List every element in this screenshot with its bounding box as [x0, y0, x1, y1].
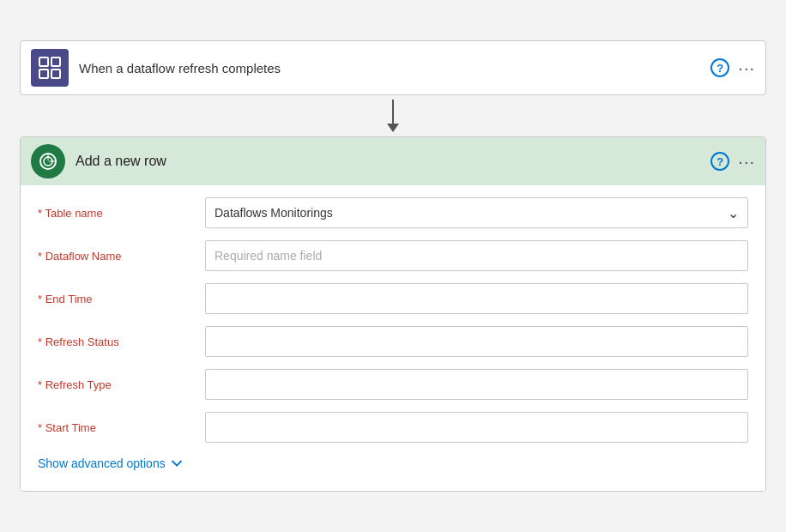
dataflow-name-input[interactable] — [205, 240, 748, 271]
refresh-type-label: * Refresh Type — [38, 378, 205, 391]
action-help-button[interactable]: ? — [710, 152, 729, 171]
table-name-label: * Table name — [38, 207, 205, 220]
table-name-control[interactable]: Dataflows Monitorings ⌄ — [205, 197, 748, 228]
arrow-head — [387, 124, 399, 132]
action-icon — [38, 151, 58, 172]
refresh-status-label: * Refresh Status — [38, 336, 205, 348]
end-time-control — [205, 283, 748, 314]
action-actions: ? ··· — [710, 152, 755, 171]
action-header: Add a new row ? ··· — [21, 137, 765, 185]
svg-rect-0 — [39, 57, 48, 66]
trigger-actions: ? ··· — [710, 58, 755, 77]
trigger-help-button[interactable]: ? — [710, 58, 729, 77]
refresh-status-row: * Refresh Status — [38, 324, 748, 359]
start-time-row: * Start Time — [38, 410, 748, 444]
chevron-down-icon — [171, 457, 183, 469]
dataflow-name-control — [205, 240, 748, 271]
action-card: Add a new row ? ··· * Table name Dataflo… — [20, 136, 766, 492]
arrow-line — [392, 100, 394, 124]
refresh-status-control — [205, 326, 748, 357]
table-name-value: Dataflows Monitorings — [215, 206, 333, 220]
trigger-icon-box — [31, 49, 69, 87]
action-icon-box — [31, 144, 65, 178]
svg-rect-1 — [51, 57, 60, 66]
refresh-status-input[interactable] — [205, 326, 748, 357]
end-time-row: * End Time — [38, 281, 748, 316]
trigger-card: When a dataflow refresh completes ? ··· — [20, 40, 766, 95]
svg-rect-2 — [39, 70, 48, 78]
action-body: * Table name Dataflows Monitorings ⌄ * D… — [21, 185, 765, 491]
dataflow-name-label: * Dataflow Name — [38, 250, 205, 263]
arrow-connector — [387, 95, 399, 136]
refresh-type-input[interactable] — [205, 369, 748, 400]
dataflow-name-row: * Dataflow Name — [38, 239, 748, 273]
chevron-down-icon: ⌄ — [728, 205, 739, 221]
action-title: Add a new row — [76, 154, 700, 169]
table-name-row: * Table name Dataflows Monitorings ⌄ — [38, 196, 748, 230]
show-advanced-options[interactable]: Show advanced options — [38, 453, 748, 474]
start-time-input[interactable] — [205, 412, 748, 443]
trigger-icon — [38, 56, 62, 80]
end-time-label: * End Time — [38, 293, 205, 305]
svg-rect-3 — [51, 70, 60, 78]
table-name-dropdown[interactable]: Dataflows Monitorings ⌄ — [205, 197, 748, 228]
trigger-title: When a dataflow refresh completes — [79, 61, 700, 76]
refresh-type-control — [205, 369, 748, 400]
show-advanced-label: Show advanced options — [38, 456, 166, 470]
start-time-label: * Start Time — [38, 421, 205, 434]
canvas: When a dataflow refresh completes ? ··· … — [20, 40, 766, 492]
refresh-type-row: * Refresh Type — [38, 367, 748, 402]
trigger-more-button[interactable]: ··· — [738, 59, 755, 76]
action-more-button[interactable]: ··· — [738, 153, 755, 170]
start-time-control — [205, 412, 748, 443]
end-time-input[interactable] — [205, 283, 748, 314]
